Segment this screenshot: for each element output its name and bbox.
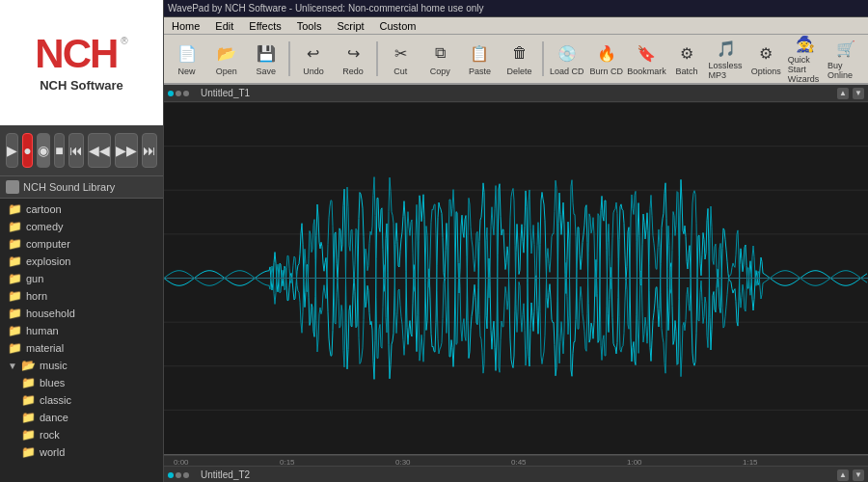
redo-icon: ↪ bbox=[341, 41, 365, 65]
tree-label: comedy bbox=[26, 221, 64, 232]
toolbar-new-label: New bbox=[178, 67, 196, 76]
tree-label: computer bbox=[26, 238, 70, 250]
library-icon bbox=[6, 180, 19, 194]
stop-button[interactable]: ■ bbox=[54, 133, 65, 168]
folder-icon: 📁 bbox=[21, 445, 36, 459]
folder-icon: 📁 bbox=[21, 376, 36, 389]
tree-item-music[interactable]: ▼ 📂 music bbox=[0, 357, 163, 374]
tree-item-horn[interactable]: 📁 horn bbox=[0, 287, 163, 305]
tree-item-gun[interactable]: 📁 gun bbox=[0, 270, 163, 287]
track-2-scroll-up[interactable]: ▲ bbox=[837, 469, 849, 481]
toolbar-save[interactable]: 💾 Save bbox=[247, 37, 285, 81]
tree-label: blues bbox=[40, 377, 65, 388]
track-2: Untitled_T2 ▲ ▼ bbox=[164, 467, 868, 482]
tree-label: cartoon bbox=[26, 203, 62, 215]
toolbar-undo[interactable]: ↩ Undo bbox=[294, 37, 332, 81]
rewind-start-button[interactable]: ⏮ bbox=[68, 133, 84, 168]
toolbar-paste[interactable]: 📋 Paste bbox=[461, 37, 499, 81]
toolbar-cut-label: Cut bbox=[393, 67, 407, 76]
tree-item-human[interactable]: 📁 human bbox=[0, 322, 163, 339]
cut-icon: ✂ bbox=[389, 41, 412, 65]
track-1-scroll-down[interactable]: ▼ bbox=[853, 88, 864, 99]
toolbar-losslessmp3[interactable]: 🎵 Lossless MP3 bbox=[708, 37, 746, 81]
tree-item-classic[interactable]: 📁 classic bbox=[0, 391, 163, 409]
folder-icon: 📁 bbox=[21, 393, 36, 407]
tree-item-cartoon[interactable]: 📁 cartoon bbox=[0, 201, 163, 218]
menu-effects[interactable]: Effects bbox=[245, 20, 285, 32]
svg-text:0:30: 0:30 bbox=[395, 458, 411, 467]
tree-label: classic bbox=[40, 394, 71, 406]
batch-icon: ⚙ bbox=[675, 41, 698, 65]
track-2-dot3 bbox=[183, 472, 189, 478]
track-1-actions: ▲ ▼ bbox=[837, 88, 864, 99]
menu-script[interactable]: Script bbox=[333, 20, 367, 32]
track-1-scroll-up[interactable]: ▲ bbox=[837, 88, 849, 99]
toolbar-bookmark[interactable]: 🔖 Bookmark bbox=[627, 37, 665, 81]
toolbar-new[interactable]: 📄 New bbox=[168, 37, 205, 81]
buyonline-icon: 🛒 bbox=[834, 38, 857, 59]
new-icon: 📄 bbox=[176, 41, 199, 65]
delete-icon: 🗑 bbox=[508, 41, 531, 65]
record-button[interactable]: ● bbox=[22, 133, 33, 168]
tree-item-material[interactable]: 📁 material bbox=[0, 339, 163, 357]
tree-item-explosion[interactable]: 📁 explosion bbox=[0, 253, 163, 270]
toolbar-burncd-label: Burn CD bbox=[590, 67, 624, 76]
toolbar-open[interactable]: 📂 Open bbox=[207, 37, 245, 81]
toolbar-sep-2 bbox=[376, 41, 378, 76]
menu-edit[interactable]: Edit bbox=[211, 20, 237, 32]
nch-logo: NCH ® bbox=[35, 34, 127, 74]
toolbar-delete-label: Delete bbox=[507, 67, 532, 76]
toolbar-batch[interactable]: ⚙ Batch bbox=[667, 37, 705, 81]
copy-icon: ⧉ bbox=[428, 41, 451, 65]
folder-icon: 📁 bbox=[8, 254, 22, 268]
folder-icon: 📁 bbox=[8, 272, 22, 285]
track-2-label: Untitled_T2 bbox=[201, 469, 250, 480]
play-button[interactable]: ▶ bbox=[6, 133, 18, 168]
toolbar-delete[interactable]: 🗑 Delete bbox=[501, 37, 538, 81]
tree-label: gun bbox=[26, 273, 43, 284]
toolbar-quickstart[interactable]: 🧙 Quick Start Wizards bbox=[787, 37, 825, 81]
toolbar-cut[interactable]: ✂ Cut bbox=[382, 37, 420, 81]
toolbar-loadcd[interactable]: 💿 Load CD bbox=[548, 37, 585, 81]
nch-subtitle: NCH Software bbox=[40, 78, 123, 93]
tree-item-dance[interactable]: 📁 dance bbox=[0, 409, 163, 426]
svg-text:1:15: 1:15 bbox=[743, 458, 758, 467]
track-2-dot2 bbox=[176, 472, 181, 478]
track-1-controls bbox=[168, 91, 189, 96]
tree-label: explosion bbox=[26, 255, 70, 267]
tree-label: dance bbox=[40, 412, 68, 423]
burncd-icon: 🔥 bbox=[595, 41, 618, 65]
waveform-section: Untitled_T1 ▲ ▼ 0:00 0:15 0:30 0:45 1:00 bbox=[164, 85, 868, 482]
fastforward-button[interactable]: ▶▶ bbox=[115, 133, 138, 168]
end-button[interactable]: ⏭ bbox=[142, 133, 157, 168]
tree-item-comedy[interactable]: 📁 comedy bbox=[0, 218, 163, 235]
tree-item-household[interactable]: 📁 household bbox=[0, 305, 163, 322]
monitor-button[interactable]: ◉ bbox=[37, 133, 50, 168]
track-1-waveform[interactable] bbox=[164, 102, 868, 454]
toolbar-copy[interactable]: ⧉ Copy bbox=[421, 37, 459, 81]
folder-icon: 📁 bbox=[21, 428, 36, 442]
expand-arrow-icon: ▼ bbox=[8, 361, 17, 371]
menu-home[interactable]: Home bbox=[168, 20, 203, 32]
menu-custom[interactable]: Custom bbox=[376, 20, 420, 32]
toolbar-buyonline[interactable]: 🛒 Buy Online bbox=[827, 37, 864, 81]
track-2-scroll-down[interactable]: ▼ bbox=[853, 469, 864, 481]
toolbar-options[interactable]: ⚙ Options bbox=[747, 37, 785, 81]
track-1-label: Untitled_T1 bbox=[201, 88, 250, 98]
tree-item-rock[interactable]: 📁 rock bbox=[0, 426, 163, 443]
tree-item-blues[interactable]: 📁 blues bbox=[0, 374, 163, 391]
toolbar-open-label: Open bbox=[216, 67, 237, 76]
menu-tools[interactable]: Tools bbox=[293, 20, 326, 32]
rewind-button[interactable]: ◀◀ bbox=[88, 133, 111, 168]
transport-controls: ▶ ● ◉ ■ ⏮ ◀◀ ▶▶ ⏭ bbox=[0, 125, 163, 176]
bookmark-icon: 🔖 bbox=[635, 41, 658, 65]
toolbar-burncd[interactable]: 🔥 Burn CD bbox=[587, 37, 625, 81]
tree-item-computer[interactable]: 📁 computer bbox=[0, 235, 163, 253]
toolbar-redo[interactable]: ↪ Redo bbox=[335, 37, 372, 81]
toolbar-losslessmp3-label: Lossless MP3 bbox=[709, 61, 745, 80]
toolbar-sep-1 bbox=[288, 41, 290, 76]
tree-label: world bbox=[40, 446, 65, 458]
track-2-controls bbox=[168, 472, 189, 478]
folder-icon: 📁 bbox=[21, 411, 36, 424]
tree-item-world[interactable]: 📁 world bbox=[0, 443, 163, 461]
